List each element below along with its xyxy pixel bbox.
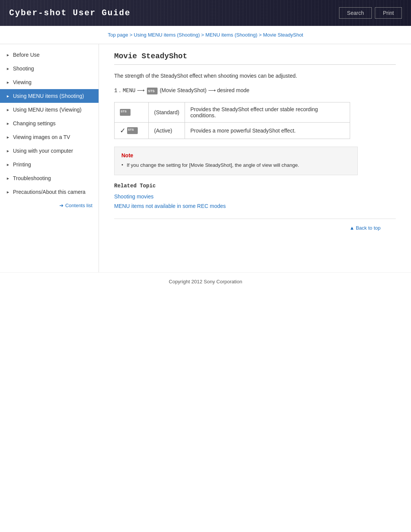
sidebar-item-menu-viewing[interactable]: ► Using MENU items (Viewing) — [0, 103, 99, 117]
contents-list-link[interactable]: ➔ Contents list — [0, 199, 99, 212]
sidebar-item-troubleshooting[interactable]: ► Troubleshooting — [0, 171, 99, 185]
related-topic-title: Related Topic — [114, 183, 396, 189]
sidebar-item-label: Troubleshooting — [13, 175, 51, 181]
sidebar-item-printing[interactable]: ► Printing — [0, 158, 99, 171]
contents-list-anchor[interactable]: Contents list — [65, 203, 92, 208]
table-row: ✓ STS (Active) Provides a more powerful … — [115, 122, 350, 139]
copyright-text: Copyright 2012 Sony Corporation — [169, 279, 242, 284]
back-to-top: ▲ Back to top — [114, 219, 396, 237]
table-cell-icon: STS — [115, 102, 149, 122]
note-title: Note — [121, 152, 350, 158]
breadcrumb-sep-3: > — [259, 32, 263, 38]
table-cell-label-active: (Active) — [149, 122, 185, 139]
main-content: Movie SteadyShot The strength of the Ste… — [99, 44, 411, 272]
arrow-icon: ► — [6, 94, 10, 98]
sidebar: ► Before Use ► Shooting ► Viewing ► Usin… — [0, 44, 99, 272]
arrow-icon: ► — [6, 80, 10, 85]
standard-icon-cell: STS — [120, 109, 143, 116]
arrow-right-1: ⟶ — [137, 87, 146, 93]
breadcrumb-sep-1: > — [129, 32, 134, 38]
arrow-icon: ► — [6, 108, 10, 112]
sidebar-item-before-use[interactable]: ► Before Use — [0, 48, 99, 62]
breadcrumb-link-4[interactable]: Movie SteadyShot — [263, 32, 303, 38]
checkmark-icon: ✓ — [120, 126, 126, 135]
table-cell-desc-standard: Provides the SteadyShot effect under sta… — [185, 102, 350, 122]
sidebar-item-label: Viewing — [13, 79, 32, 85]
breadcrumb-sep-2: > — [201, 32, 206, 38]
header-buttons: Search Print — [339, 7, 411, 19]
breadcrumb: Top page > Using MENU items (Shooting) >… — [0, 26, 411, 44]
back-to-top-link[interactable]: ▲ Back to top — [349, 225, 381, 231]
arrow-icon: ► — [6, 121, 10, 126]
arrow-icon: ► — [6, 67, 10, 71]
step-label: (Movie SteadyShot) — [160, 87, 207, 93]
steadyshot-active-icon: STS — [127, 127, 138, 134]
step-number: 1．MENU — [114, 88, 135, 94]
sidebar-item-viewing-tv[interactable]: ► Viewing images on a TV — [0, 130, 99, 144]
sidebar-item-precautions[interactable]: ► Precautions/About this camera — [0, 185, 99, 199]
breadcrumb-link-2[interactable]: Using MENU items (Shooting) — [134, 32, 200, 38]
sidebar-item-label: Using MENU items (Shooting) — [13, 93, 84, 99]
step-end: desired mode — [217, 87, 249, 93]
print-button[interactable]: Print — [375, 7, 402, 19]
site-title: Cyber-shot User Guide — [0, 8, 131, 18]
arrow-right-2: ⟶ — [208, 87, 217, 93]
breadcrumb-link-3[interactable]: MENU items (Shooting) — [206, 32, 258, 38]
arrow-icon: ► — [6, 149, 10, 153]
arrow-icon: ► — [6, 190, 10, 194]
sidebar-item-label: Viewing images on a TV — [13, 134, 70, 140]
arrow-icon: ► — [6, 176, 10, 181]
header: Cyber-shot User Guide Search Print — [0, 0, 411, 26]
table-cell-desc-active: Provides a more powerful SteadyShot effe… — [185, 122, 350, 139]
related-link-1[interactable]: Shooting movies — [114, 192, 396, 201]
settings-table: STS (Standard) Provides the SteadyShot e… — [114, 102, 350, 139]
sidebar-item-label: Before Use — [13, 52, 40, 58]
sidebar-item-shooting[interactable]: ► Shooting — [0, 62, 99, 75]
steadyshot-standard-icon: STS — [120, 109, 131, 116]
contents-arrow-icon: ➔ — [59, 203, 64, 208]
related-topic: Related Topic Shooting movies MENU items… — [114, 183, 396, 211]
page-description: The strength of the SteadyShot effect wh… — [114, 72, 396, 80]
active-icon-cell: ✓ STS — [120, 126, 143, 135]
note-box: Note If you change the setting for [Movi… — [114, 147, 358, 175]
search-button[interactable]: Search — [339, 7, 372, 19]
note-item: If you change the setting for [Movie Ste… — [121, 161, 350, 169]
footer: Copyright 2012 Sony Corporation — [0, 272, 411, 291]
breadcrumb-link-1[interactable]: Top page — [108, 32, 128, 38]
table-cell-check: ✓ STS — [115, 122, 149, 139]
sidebar-item-label: Printing — [13, 161, 31, 168]
instruction-step: 1．MENU ⟶ STS (Movie SteadyShot) ⟶ desire… — [114, 86, 396, 95]
arrow-icon: ► — [6, 53, 10, 57]
table-cell-label-standard: (Standard) — [149, 102, 185, 122]
main-layout: ► Before Use ► Shooting ► Viewing ► Usin… — [0, 44, 411, 272]
table-row: STS (Standard) Provides the SteadyShot e… — [115, 102, 350, 122]
sidebar-item-computer[interactable]: ► Using with your computer — [0, 144, 99, 158]
sidebar-item-menu-shooting[interactable]: ► Using MENU items (Shooting) — [0, 89, 99, 103]
steadyshot-icon: STS — [147, 88, 158, 94]
related-link-2[interactable]: MENU items not available in some REC mod… — [114, 201, 396, 211]
note-content-list: If you change the setting for [Movie Ste… — [121, 161, 350, 169]
sidebar-item-viewing[interactable]: ► Viewing — [0, 75, 99, 89]
sidebar-item-label: Using with your computer — [13, 148, 73, 154]
page-title: Movie SteadyShot — [114, 52, 396, 65]
sidebar-item-label: Shooting — [13, 66, 34, 72]
sidebar-item-label: Precautions/About this camera — [13, 189, 86, 195]
sidebar-item-label: Using MENU items (Viewing) — [13, 107, 81, 113]
arrow-icon: ► — [6, 163, 10, 167]
sidebar-item-changing-settings[interactable]: ► Changing settings — [0, 117, 99, 130]
arrow-icon: ► — [6, 135, 10, 139]
sidebar-item-label: Changing settings — [13, 120, 56, 126]
